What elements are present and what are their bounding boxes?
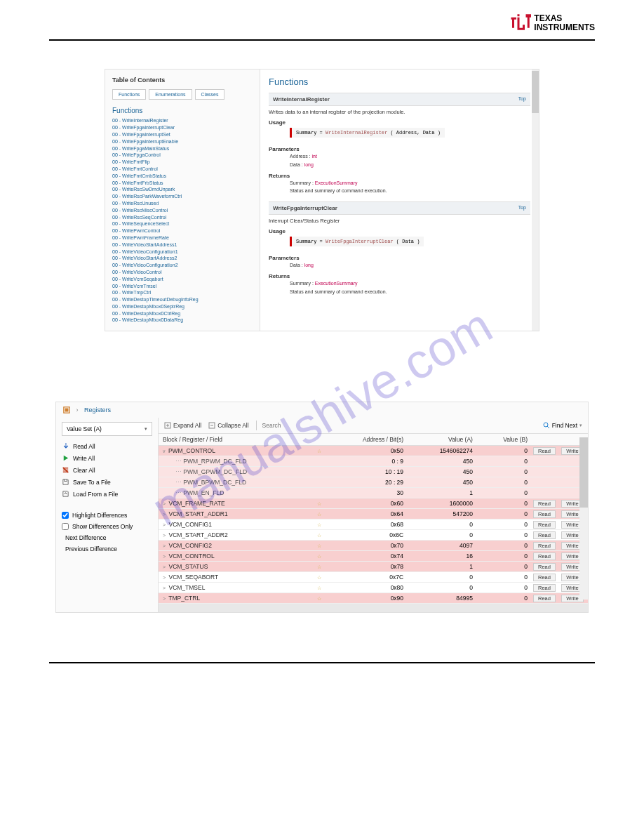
star-icon[interactable]: ☆ bbox=[317, 585, 321, 590]
function-link[interactable]: 00 - WriteVideoControl bbox=[112, 269, 253, 276]
function-link[interactable]: 00 - WriteFpgaInterruptClear bbox=[112, 124, 253, 131]
function-link[interactable]: 00 - WriteDestopMbox0SeptrReg bbox=[112, 303, 253, 310]
function-link[interactable]: 00 - WriteTmpCtrl bbox=[112, 289, 253, 296]
function-link[interactable]: 00 - WriteRscUnused bbox=[112, 200, 253, 207]
expand-toggle-icon[interactable]: > bbox=[163, 564, 166, 569]
function-link[interactable]: 00 - WriteFmtFlip bbox=[112, 159, 253, 166]
function-link[interactable]: 00 - WriteFmtControl bbox=[112, 166, 253, 173]
load-from-file-button[interactable]: Load From a File bbox=[62, 488, 152, 500]
function-link[interactable]: 00 - WriteFpgaInterruptEnable bbox=[112, 138, 253, 145]
function-link[interactable]: 00 - WriteDestopTimeoutDebugInfoReg bbox=[112, 296, 253, 303]
function-link[interactable]: 00 - WriteRscMiscControl bbox=[112, 207, 253, 214]
col-value-b[interactable]: Value (B) bbox=[477, 434, 532, 446]
function-link[interactable]: 00 - WriteVcmSeqabort bbox=[112, 276, 253, 283]
register-row[interactable]: > VCM_START_ADDR2☆0x6C00ReadWrite bbox=[159, 530, 588, 541]
tab-enumerations[interactable]: Enumerations bbox=[149, 89, 192, 100]
register-row[interactable]: > VCM_SEQABORT☆0x7C00ReadWrite bbox=[159, 572, 588, 583]
read-button[interactable]: Read bbox=[533, 510, 556, 518]
function-link[interactable]: 00 - WriteFpgaMainStatus bbox=[112, 145, 253, 152]
grid-scrollbar-vertical[interactable] bbox=[579, 437, 588, 600]
function-link[interactable]: 00 - WriteRscParkWaveformCtrl bbox=[112, 193, 253, 200]
save-to-file-button[interactable]: Save To a File bbox=[62, 476, 152, 488]
read-button[interactable]: Read bbox=[533, 584, 556, 592]
scrollbar-vertical[interactable] bbox=[532, 70, 539, 331]
read-button[interactable]: Read bbox=[533, 552, 556, 560]
star-icon[interactable]: ☆ bbox=[317, 522, 321, 527]
expand-toggle-icon[interactable]: > bbox=[163, 533, 166, 538]
read-button[interactable]: Read bbox=[533, 595, 556, 602]
read-button[interactable]: Read bbox=[533, 563, 556, 571]
register-row[interactable]: v PWM_CONTROL☆0x5015460622740ReadWrite bbox=[159, 446, 588, 456]
expand-toggle-icon[interactable]: > bbox=[163, 596, 166, 601]
field-row[interactable]: ⋯ PWM_GPWM_DC_FLD10 : 194500 bbox=[159, 467, 588, 477]
star-icon[interactable]: ☆ bbox=[317, 449, 321, 454]
find-next-button[interactable]: Find Next▾ bbox=[543, 422, 582, 429]
search-input[interactable] bbox=[256, 421, 536, 430]
star-icon[interactable]: ☆ bbox=[317, 543, 321, 548]
register-row[interactable]: > VCM_CONFIG1☆0x6800ReadWrite bbox=[159, 519, 588, 530]
expand-toggle-icon[interactable]: > bbox=[163, 575, 166, 580]
next-difference-button[interactable]: Next Difference bbox=[62, 532, 152, 543]
function-link[interactable]: 00 - WriteFmtFrbStatus bbox=[112, 180, 253, 187]
col-value-a[interactable]: Value (A) bbox=[408, 434, 477, 446]
expand-toggle-icon[interactable]: v bbox=[163, 449, 166, 454]
function-link[interactable]: 00 - WriteInternalRegister bbox=[112, 117, 253, 124]
expand-toggle-icon[interactable]: > bbox=[163, 543, 166, 548]
tab-functions[interactable]: Functions bbox=[112, 89, 146, 100]
previous-difference-button[interactable]: Previous Difference bbox=[62, 543, 152, 555]
expand-toggle-icon[interactable]: > bbox=[163, 585, 166, 590]
write-all-button[interactable]: Write All bbox=[62, 452, 152, 464]
highlight-differences-checkbox[interactable]: Highlight Differences bbox=[62, 510, 152, 521]
show-differences-only-checkbox[interactable]: Show Differences Only bbox=[62, 521, 152, 532]
function-link[interactable]: 00 - WritePwmFrameRate bbox=[112, 234, 253, 241]
star-icon[interactable]: ☆ bbox=[317, 533, 321, 538]
grid-scrollbar-horizontal[interactable] bbox=[159, 604, 588, 612]
function-link[interactable]: 00 - WriteVcmTmsel bbox=[112, 283, 253, 290]
col-block[interactable]: Block / Register / Field bbox=[159, 434, 313, 446]
field-row[interactable]: ⋯ PWM_RPWM_DC_FLD0 : 94500 bbox=[159, 456, 588, 467]
read-button[interactable]: Read bbox=[533, 500, 556, 508]
function-link[interactable]: 00 - WriteFpgaControl bbox=[112, 152, 253, 159]
field-row[interactable]: ⋯ PWM_BPWM_DC_FLD20 : 294500 bbox=[159, 477, 588, 488]
read-button[interactable]: Read bbox=[533, 574, 556, 581]
star-icon[interactable]: ☆ bbox=[317, 596, 321, 601]
star-icon[interactable]: ☆ bbox=[317, 575, 321, 580]
expand-toggle-icon[interactable]: > bbox=[163, 522, 166, 527]
breadcrumb-registers[interactable]: Registers bbox=[84, 406, 111, 413]
function-link[interactable]: 00 - WriteSequenceSelect bbox=[112, 220, 253, 227]
expand-toggle-icon[interactable]: > bbox=[163, 512, 166, 517]
register-row[interactable]: > TMP_CTRL☆0x90849950ReadWrite bbox=[159, 593, 588, 604]
read-button[interactable]: Read bbox=[533, 542, 556, 550]
register-row[interactable]: > VCM_START_ADDR1☆0x645472000ReadWrite bbox=[159, 509, 588, 519]
register-row[interactable]: > VCM_CONFIG2☆0x7040970ReadWrite bbox=[159, 541, 588, 551]
function-link[interactable]: 00 - WriteFmtCmbStatus bbox=[112, 173, 253, 180]
function-link[interactable]: 00 - WriteRscSwDmdUnpark bbox=[112, 186, 253, 193]
value-set-dropdown[interactable]: Value Set (A)▾ bbox=[62, 422, 152, 436]
function-link[interactable]: 00 - WriteFpgaInterruptSet bbox=[112, 131, 253, 138]
top-link[interactable]: Top bbox=[518, 205, 526, 211]
read-all-button[interactable]: Read All bbox=[62, 440, 152, 452]
tab-classes[interactable]: Classes bbox=[195, 89, 225, 100]
register-row[interactable]: > VCM_STATUS☆0x7810ReadWrite bbox=[159, 562, 588, 572]
read-button[interactable]: Read bbox=[533, 521, 556, 529]
function-link[interactable]: 00 - WritePwmControl bbox=[112, 227, 253, 234]
function-link[interactable]: 00 - WriteDestopMbox0CtrlReg bbox=[112, 310, 253, 317]
function-link[interactable]: 00 - WriteVideoStartAddress1 bbox=[112, 241, 253, 249]
expand-toggle-icon[interactable]: > bbox=[163, 554, 166, 559]
function-link[interactable]: 00 - WriteVideoStartAddress2 bbox=[112, 255, 253, 262]
expand-all-button[interactable]: Expand All bbox=[164, 422, 201, 429]
star-icon[interactable]: ☆ bbox=[317, 501, 321, 506]
function-link[interactable]: 00 - WriteVideoConfiguration1 bbox=[112, 249, 253, 256]
star-icon[interactable]: ☆ bbox=[317, 512, 321, 517]
star-icon[interactable]: ☆ bbox=[317, 564, 321, 569]
collapse-all-button[interactable]: Collapse All bbox=[208, 422, 248, 429]
read-button[interactable]: Read bbox=[533, 531, 556, 539]
top-link[interactable]: Top bbox=[518, 96, 526, 102]
function-link[interactable]: 00 - WriteRscSeqControl bbox=[112, 214, 253, 221]
register-row[interactable]: > VCM_FRAME_RATE☆0x6016000000ReadWrite bbox=[159, 498, 588, 509]
function-link[interactable]: 00 - WriteVideoConfiguration2 bbox=[112, 262, 253, 269]
register-row[interactable]: > VCM_TMSEL☆0x8000ReadWrite bbox=[159, 583, 588, 593]
clear-all-button[interactable]: Clear All bbox=[62, 464, 152, 476]
field-row[interactable]: ⋯ PWM_EN_FLD3010 bbox=[159, 488, 588, 498]
col-address[interactable]: Address / Bit(s) bbox=[326, 434, 408, 446]
